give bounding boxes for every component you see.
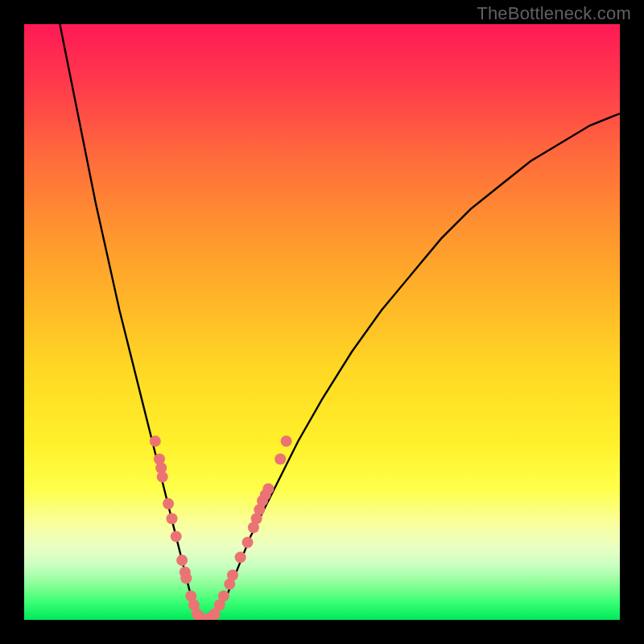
data-marker xyxy=(180,572,192,584)
watermark-label: TheBottleneck.com xyxy=(477,3,631,24)
data-marker xyxy=(171,530,182,542)
plot-area xyxy=(24,24,620,620)
data-marker xyxy=(150,436,161,447)
chart-svg xyxy=(24,24,620,620)
data-marker xyxy=(157,471,168,482)
chart-frame: TheBottleneck.com xyxy=(0,0,644,644)
data-marker xyxy=(227,570,238,581)
data-markers xyxy=(150,436,292,620)
bottleneck-curve xyxy=(60,24,620,620)
data-marker xyxy=(275,453,286,464)
data-marker xyxy=(218,590,229,601)
data-marker xyxy=(262,483,274,494)
data-marker xyxy=(281,436,292,447)
data-marker xyxy=(167,513,178,524)
data-marker xyxy=(176,555,188,566)
data-marker xyxy=(242,537,254,548)
data-marker xyxy=(163,498,174,510)
data-marker xyxy=(235,551,246,563)
